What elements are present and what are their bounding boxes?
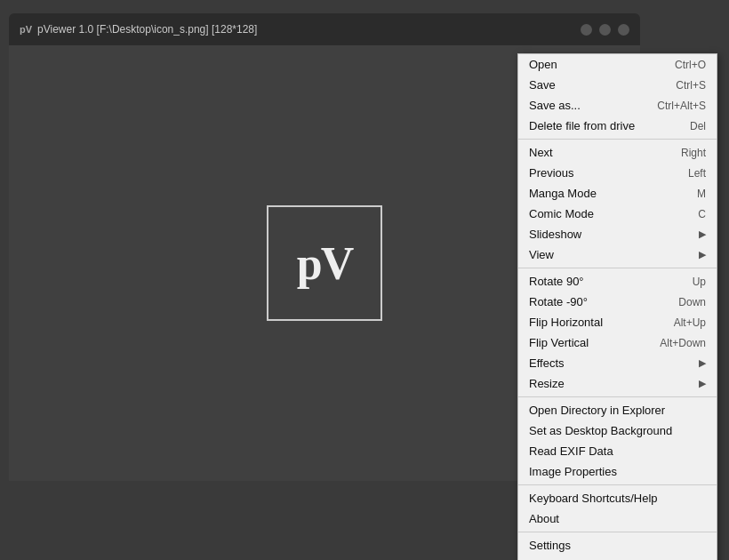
menu-item-read-exif-data[interactable]: Read EXIF Data xyxy=(518,441,717,461)
menu-item-label: Flip Horizontal xyxy=(529,316,603,329)
menu-item-label: Flip Vertical xyxy=(529,336,589,349)
menu-item-shortcut: Ctrl+O xyxy=(675,59,706,71)
menu-item-shortcut: Right xyxy=(681,147,706,159)
menu-item-label: Open Directory in Explorer xyxy=(529,404,665,417)
menu-item-label: Previous xyxy=(529,166,574,180)
menu-item-shortcut: Del xyxy=(690,120,706,132)
menu-item-flip-horizontal[interactable]: Flip HorizontalAlt+Up xyxy=(518,312,717,332)
menu-item-effects[interactable]: Effects▶ xyxy=(518,353,717,373)
app-icon: pV xyxy=(20,24,32,35)
menu-item-shortcut: Alt+Up xyxy=(674,316,706,329)
submenu-arrow-icon: ▶ xyxy=(699,249,706,260)
menu-item-delete-file-from-drive[interactable]: Delete file from driveDel xyxy=(518,116,717,136)
menu-item-label: Manga Mode xyxy=(529,187,597,200)
logo-text: pV xyxy=(297,237,352,290)
menu-item-shortcut: Ctrl+Alt+S xyxy=(657,100,706,112)
menu-item-label: Keyboard Shortcuts/Help xyxy=(529,492,658,505)
menu-item-label: Open xyxy=(529,58,557,71)
menu-item-label: Rotate 90° xyxy=(529,275,584,288)
menu-item-open[interactable]: OpenCtrl+O xyxy=(518,54,717,75)
menu-item-label: Next xyxy=(529,146,553,159)
menu-item-rotate-90-[interactable]: Rotate 90°Up xyxy=(518,271,717,292)
context-menu: OpenCtrl+OSaveCtrl+SSave as...Ctrl+Alt+S… xyxy=(517,53,717,560)
menu-item-previous[interactable]: PreviousLeft xyxy=(518,163,717,183)
menu-item-shortcut: Up xyxy=(693,276,706,288)
menu-item-label: Effects xyxy=(529,356,565,370)
menu-item-open-directory-in-explorer[interactable]: Open Directory in Explorer xyxy=(518,400,717,420)
menu-item-next[interactable]: NextRight xyxy=(518,142,717,163)
menu-separator-2 xyxy=(518,268,717,268)
menu-item-resize[interactable]: Resize▶ xyxy=(518,373,717,394)
menu-item-label: Settings xyxy=(529,539,571,552)
menu-item-shortcut: Alt+Down xyxy=(660,337,706,349)
menu-item-label: Read EXIF Data xyxy=(529,444,613,458)
menu-item-label: Resize xyxy=(529,377,565,390)
menu-separator-1 xyxy=(518,139,717,140)
menu-item-view[interactable]: View▶ xyxy=(518,244,717,265)
menu-item-label: Image Properties xyxy=(529,465,617,478)
menu-item-set-as-desktop-background[interactable]: Set as Desktop Background xyxy=(518,420,717,441)
menu-item-shortcut: Ctrl+S xyxy=(676,79,706,92)
menu-item-shortcut: Down xyxy=(678,296,706,308)
menu-item-about[interactable]: About xyxy=(518,508,717,529)
menu-item-label: Save as... xyxy=(529,99,581,112)
menu-item-label: Set as Desktop Background xyxy=(529,424,672,437)
logo-box: pV xyxy=(267,205,382,321)
menu-separator-5 xyxy=(518,532,717,532)
maximize-button[interactable] xyxy=(599,24,611,36)
menu-item-label: View xyxy=(529,248,554,261)
menu-item-label: Save xyxy=(529,78,556,92)
menu-item-shortcut: C xyxy=(698,208,706,220)
menu-item-settings[interactable]: Settings xyxy=(518,535,717,556)
menu-item-keyboard-shortcuts-help[interactable]: Keyboard Shortcuts/Help xyxy=(518,488,717,508)
menu-item-slideshow[interactable]: Slideshow▶ xyxy=(518,224,717,244)
menu-item-label: Slideshow xyxy=(529,228,581,241)
minimize-button[interactable] xyxy=(581,24,592,36)
window-title: pViewer 1.0 [F:\Desktop\icon_s.png] [128… xyxy=(37,23,581,36)
submenu-arrow-icon: ▶ xyxy=(699,228,706,240)
menu-item-shortcut: Left xyxy=(688,167,706,180)
menu-item-label: Rotate -90° xyxy=(529,295,588,308)
menu-item-exit[interactable]: Exit xyxy=(518,556,717,560)
menu-item-label: About xyxy=(529,512,559,525)
menu-item-label: Delete file from drive xyxy=(529,119,635,132)
submenu-arrow-icon: ▶ xyxy=(699,378,706,389)
menu-item-label: Comic Mode xyxy=(529,207,594,220)
menu-item-rotate-90-[interactable]: Rotate -90°Down xyxy=(518,292,717,312)
menu-item-flip-vertical[interactable]: Flip VerticalAlt+Down xyxy=(518,332,717,353)
menu-item-save-as-[interactable]: Save as...Ctrl+Alt+S xyxy=(518,95,717,116)
menu-separator-3 xyxy=(518,396,717,397)
window-controls xyxy=(581,24,629,36)
menu-item-image-properties[interactable]: Image Properties xyxy=(518,461,717,482)
menu-item-shortcut: M xyxy=(697,188,706,200)
menu-item-comic-mode[interactable]: Comic ModeC xyxy=(518,204,717,224)
menu-separator-4 xyxy=(518,484,717,485)
submenu-arrow-icon: ▶ xyxy=(699,357,706,369)
menu-item-manga-mode[interactable]: Manga ModeM xyxy=(518,183,717,204)
title-bar: pV pViewer 1.0 [F:\Desktop\icon_s.png] [… xyxy=(9,13,640,45)
close-button[interactable] xyxy=(618,24,629,36)
menu-item-save[interactable]: SaveCtrl+S xyxy=(518,75,717,95)
